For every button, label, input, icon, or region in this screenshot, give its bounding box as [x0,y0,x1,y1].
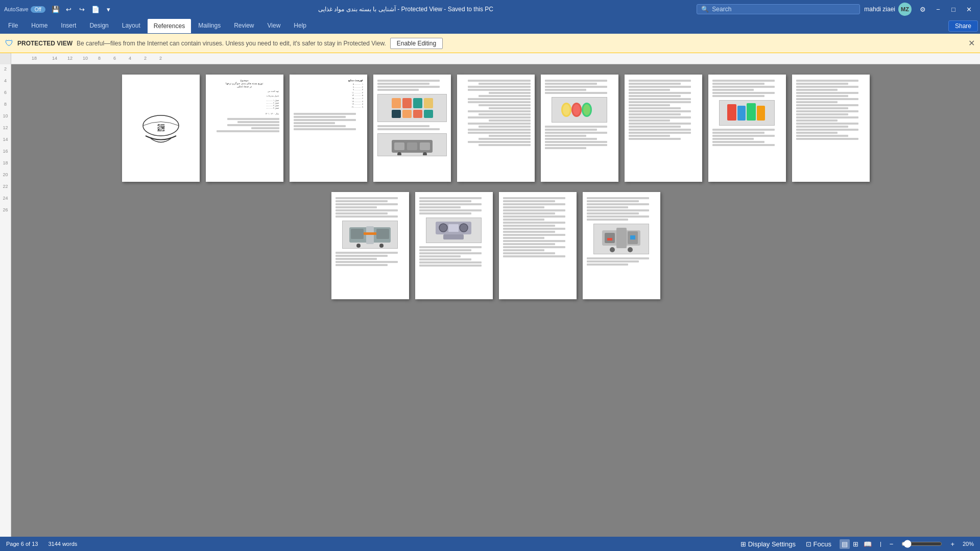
vruler-8: 8 [4,102,7,107]
new-button[interactable]: 📄 [89,3,102,15]
svg-point-36 [460,224,468,232]
tab-home[interactable]: Home [25,19,54,33]
svg-rect-9 [424,110,433,118]
autosave-area: AutoSave Off [4,6,45,13]
svg-rect-4 [413,98,422,108]
svg-rect-28 [351,229,364,239]
svg-rect-3 [402,98,412,108]
svg-point-20 [573,104,580,115]
save-button[interactable]: 💾 [50,3,62,15]
enable-editing-button[interactable]: Enable Editing [390,38,443,49]
svg-rect-37 [443,234,464,239]
tab-references[interactable]: References [148,19,191,33]
display-settings-button[interactable]: ⊞ Display Settings [738,539,798,549]
svg-text:﷽: ﷽ [157,124,164,132]
tab-design[interactable]: Design [83,19,114,33]
read-mode-button[interactable]: 📖 [862,539,874,549]
minimize-button[interactable]: − [931,2,945,16]
close-button[interactable]: ✕ [962,2,976,16]
web-layout-button[interactable]: ⊞ [851,539,861,549]
svg-rect-13 [420,142,430,150]
doc-page-10[interactable] [331,192,409,299]
doc-page-12[interactable] [499,192,577,299]
svg-rect-29 [366,226,374,244]
close-protected-bar-button[interactable]: ✕ [968,38,975,48]
redo-button[interactable]: ↪ [76,3,88,15]
tab-mailings[interactable]: Mailings [192,19,227,33]
dropdown-button[interactable]: ▾ [103,3,115,15]
doc-page-11[interactable] [415,192,493,299]
page8-text-bottom [712,128,782,147]
svg-rect-7 [402,110,412,118]
document-area[interactable]: ﷽ موضوع:توزیع بسته های بندی جو گز و نرخه… [11,64,980,537]
protected-message: Be careful—files from the Internet can c… [77,40,386,47]
page10-text-bottom [336,251,405,267]
settings-button[interactable]: ⚙ [916,2,930,16]
tab-insert[interactable]: Insert [55,19,82,33]
autosave-toggle[interactable]: Off [31,6,45,13]
svg-rect-8 [413,110,422,118]
share-button[interactable]: Share [948,20,978,32]
undo-button[interactable]: ↩ [63,3,75,15]
svg-rect-23 [737,106,746,121]
vruler-14: 14 [3,137,8,142]
tab-view[interactable]: View [261,19,287,33]
maximize-button[interactable]: □ [946,2,961,16]
zoom-in-button[interactable]: + [948,539,957,549]
print-layout-button[interactable]: ▤ [840,539,850,549]
svg-point-21 [583,104,590,115]
svg-point-31 [356,244,361,248]
ruler-num-2: 2 [144,56,147,61]
svg-rect-38 [448,224,459,232]
ruler-num-4: 4 [129,56,131,61]
doc-page-13[interactable] [583,192,660,299]
vruler-20: 20 [3,173,8,177]
page4-image1 [377,94,447,122]
status-right: ⊞ Display Settings ⊡ Focus ▤ ⊞ 📖 | − + 2… [738,539,974,549]
focus-button[interactable]: ⊡ Focus [804,539,833,549]
page3-title: فهرست منابع [294,79,363,82]
user-avatar[interactable]: MZ [898,3,912,16]
svg-rect-22 [727,104,736,121]
ruler-corner [0,53,11,64]
zoom-slider[interactable] [901,540,942,548]
doc-page-3[interactable]: فهرست منابع ۱. ............. ۵ ۲. ......… [290,75,367,182]
doc-page-5[interactable] [457,75,535,182]
status-bar: Page 6 of 13 3144 words ⊞ Display Settin… [0,537,980,551]
zoom-out-button[interactable]: − [888,539,896,549]
svg-rect-33 [364,232,376,235]
user-name: mahdi ziaei [864,6,895,13]
page-row-1: ﷽ موضوع:توزیع بسته های بندی جو گز و نرخه… [122,75,870,182]
page13-text-bottom [587,256,656,267]
ruler-num-12: 12 [67,56,73,61]
svg-rect-6 [392,110,401,118]
doc-page-9[interactable] [792,75,870,182]
tab-layout[interactable]: Layout [116,19,147,33]
doc-page-1[interactable]: ﷽ [122,75,200,182]
page9-text [796,79,866,141]
search-bar[interactable]: 🔍 [697,4,860,14]
main-area: 2 4 6 8 10 12 14 16 18 20 22 24 26 ﷽ [0,64,980,537]
svg-point-43 [610,247,615,252]
doc-page-2[interactable]: موضوع:توزیع بسته های بندی جو گز و نرخهاد… [206,75,283,182]
search-input[interactable] [712,6,855,13]
zoom-level: 20% [963,541,974,547]
vruler-26: 26 [3,208,8,212]
window-controls: ⚙ − □ ✕ [916,2,976,16]
doc-page-4[interactable] [373,75,451,182]
doc-page-6[interactable] [541,75,618,182]
tab-file[interactable]: File [2,19,24,33]
doc-page-7[interactable] [625,75,702,182]
svg-point-44 [628,247,633,252]
tab-help[interactable]: Help [288,19,313,33]
page2-author: تهیه کننده: من [210,90,279,92]
svg-rect-25 [757,106,765,121]
tab-review[interactable]: Review [228,19,260,33]
doc-page-8[interactable] [708,75,786,182]
display-settings-icon: ⊞ [740,540,746,548]
vruler-24: 24 [3,196,8,201]
ruler-num-2b: 2 [159,56,162,61]
ruler-num-14: 14 [52,56,57,61]
ruler-num-6: 6 [113,56,116,61]
autosave-label: AutoSave [4,6,29,12]
